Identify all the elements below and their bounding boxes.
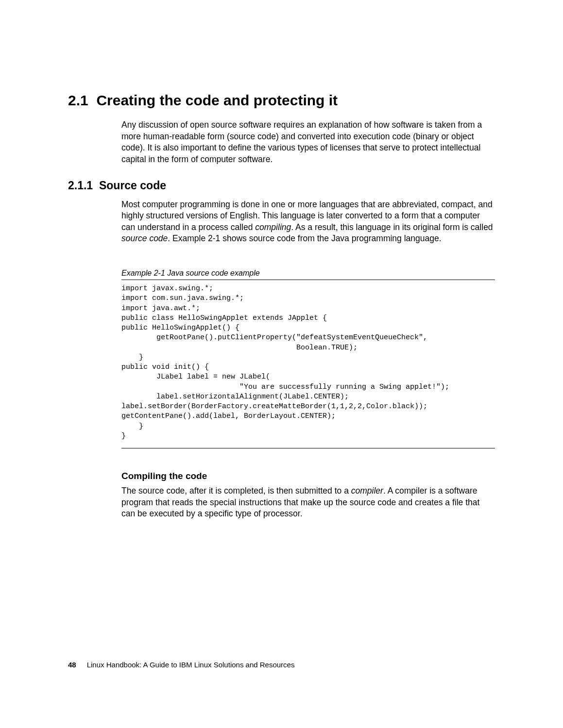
text-run: . Example 2-1 shows source code from the… <box>168 233 441 243</box>
example-rule-top <box>121 280 495 280</box>
text-run: The source code, after it is completed, … <box>121 486 351 496</box>
italic-term-compiling: compiling <box>255 222 291 232</box>
italic-term-source-code: source code <box>121 233 168 243</box>
compiling-paragraph: The source code, after it is completed, … <box>121 485 495 520</box>
section-title: Creating the code and protecting it <box>96 92 338 108</box>
text-run: . As a result, this language in its orig… <box>291 222 493 232</box>
subsection-heading: 2.1.1 Source code <box>68 179 495 192</box>
subsection-title: Source code <box>99 179 166 192</box>
compiling-heading: Compiling the code <box>121 471 495 481</box>
page-footer: 48Linux Handbook: A Guide to IBM Linux S… <box>68 661 294 669</box>
section-intro: Any discussion of open source software r… <box>121 119 495 165</box>
example-caption: Example 2-1 Java source code example <box>121 269 495 278</box>
section-number: 2.1 <box>68 92 88 108</box>
subsection-number: 2.1.1 <box>68 179 93 192</box>
italic-term-compiler: compiler <box>351 486 383 496</box>
page-number: 48 <box>68 661 76 669</box>
code-listing: import javax.swing.*; import com.sun.jav… <box>121 284 495 441</box>
footer-title: Linux Handbook: A Guide to IBM Linux Sol… <box>87 661 295 669</box>
example-rule-bottom <box>121 448 495 448</box>
subsection-paragraph: Most computer programming is done in one… <box>121 199 495 245</box>
section-heading: 2.1 Creating the code and protecting it <box>68 92 495 109</box>
